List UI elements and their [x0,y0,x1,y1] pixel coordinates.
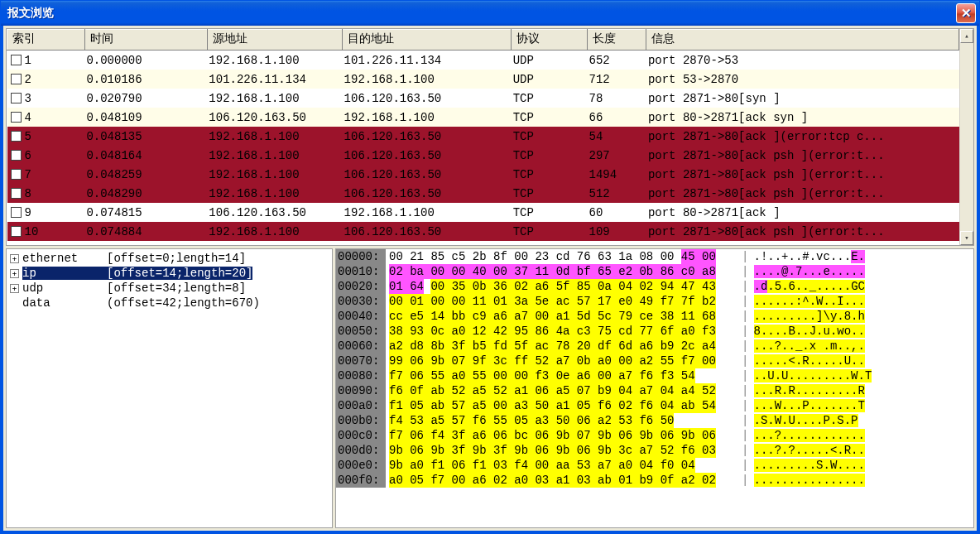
column-header[interactable]: 时间 [84,30,207,51]
row-checkbox[interactable] [11,55,22,65]
tree-node[interactable]: . data(offset=42;length=670) [8,296,330,310]
expand-icon[interactable]: + [10,269,19,278]
hex-row[interactable]: 00050:38 93 0c a0 12 42 95 86 4a c3 75 c… [336,324,973,339]
cell-len: 66 [587,108,646,127]
column-header[interactable]: 信息 [646,30,959,51]
vertical-scrollbar[interactable]: ▴ ▾ [959,29,973,245]
hex-row[interactable]: 00010:02 ba 00 00 40 00 37 11 0d bf 65 e… [336,264,973,279]
cell-proto: TCP [512,165,588,184]
cell-proto: UDP [512,51,588,70]
cell-time: 0.074884 [84,222,207,241]
row-checkbox[interactable] [11,226,22,237]
scroll-up-arrow[interactable]: ▴ [960,29,973,43]
hex-row[interactable]: 00070:99 06 9b 07 9f 3c ff 52 a7 0b a0 0… [336,354,973,368]
hex-row[interactable]: 000b0:f4 53 a5 57 f6 55 05 a3 50 06 a2 5… [336,413,973,428]
row-checkbox[interactable] [11,74,22,84]
table-row[interactable]: 70.048259192.168.1.100106.120.163.50TCP1… [7,165,959,184]
tree-node[interactable]: +ip[offset=14;length=20] [8,266,330,281]
hex-row[interactable]: 00040:cc e5 14 bb c9 a6 a7 00 a1 5d 5c 7… [336,309,973,324]
hex-offset: 00080: [336,368,386,383]
hex-row[interactable]: 00020:01 64 00 35 0b 36 02 a6 5f 85 0a 0… [336,279,973,294]
row-checkbox[interactable] [11,150,22,161]
row-checkbox[interactable] [11,112,22,123]
titlebar[interactable]: 报文浏览 ✕ [1,1,979,26]
hex-offset: 00020: [336,279,386,294]
cell-len: 712 [587,70,646,89]
expand-icon[interactable]: + [10,254,19,263]
hex-offset: 00030: [336,294,386,309]
tree-label: ip [22,267,107,280]
column-header[interactable]: 源地址 [207,30,342,51]
hex-row[interactable]: 000d0:9b 06 9b 3f 9b 3f 9b 06 9b 06 9b 3… [336,443,973,458]
cell-src: 192.168.1.100 [207,165,342,184]
hex-row[interactable]: 00060:a2 d8 8b 3f b5 fd 5f ac 78 20 df 6… [336,339,973,354]
hex-bytes: 00 21 85 c5 2b 8f 00 23 cd 76 63 1a 08 0… [386,249,737,264]
cell-info: port 80->2871[ack syn ] [646,108,959,127]
column-header[interactable]: 索引 [7,30,85,51]
row-index: 6 [25,149,31,162]
hex-separator: | [737,324,753,339]
hex-offset: 00060: [336,339,386,354]
cell-time: 0.048290 [84,184,207,203]
table-row[interactable]: 80.048290192.168.1.100106.120.163.50TCP5… [7,184,959,203]
cell-len: 60 [587,203,646,222]
hex-row[interactable]: 000e0:9b a0 f1 06 f1 03 f4 00 aa 53 a7 a… [336,458,973,473]
tree-node[interactable]: +udp[offset=34;length=8] [8,281,330,296]
row-checkbox[interactable] [11,93,22,103]
hex-ascii: ...?.?.....<.R.. [754,443,865,458]
hex-separator: | [737,443,753,458]
hex-row[interactable]: 000f0:a0 05 f7 00 a6 02 a0 03 a1 03 ab 0… [336,473,973,488]
column-header[interactable]: 目的地址 [343,30,512,51]
hex-ascii: ...?............ [754,428,865,443]
cell-proto: UDP [512,70,588,89]
hex-row[interactable]: 00030:00 01 00 00 11 01 3a 5e ac 57 17 e… [336,294,973,309]
row-checkbox[interactable] [11,131,22,142]
hex-bytes: f7 06 f4 3f a6 06 bc 06 9b 07 9b 06 9b 0… [386,428,737,443]
row-checkbox[interactable] [11,207,22,218]
hex-row[interactable]: 000c0:f7 06 f4 3f a6 06 bc 06 9b 07 9b 0… [336,428,973,443]
hex-row[interactable]: 00000:00 21 85 c5 2b 8f 00 23 cd 76 63 1… [336,249,973,264]
cell-len: 652 [587,51,646,70]
scroll-down-arrow[interactable]: ▾ [960,231,973,245]
hex-offset: 00040: [336,309,386,324]
column-header[interactable]: 协议 [512,30,588,51]
protocol-tree-panel[interactable]: +ethernet[offset=0;length=14]+ip[offset=… [6,248,333,528]
row-index: 4 [25,111,31,124]
table-row[interactable]: 40.048109106.120.163.50192.168.1.100TCP6… [7,108,959,127]
row-index: 8 [25,187,31,200]
cell-info: port 2871->80[ack ](error:tcp c... [646,127,959,146]
tree-node[interactable]: +ethernet[offset=0;length=14] [8,251,330,266]
table-row[interactable]: 30.020790192.168.1.100106.120.163.50TCP7… [7,89,959,108]
hex-separator: | [737,309,753,324]
table-row[interactable]: 90.074815106.120.163.50192.168.1.100TCP6… [7,203,959,222]
table-header-row[interactable]: 索引时间源地址目的地址协议长度信息 [7,30,959,51]
hex-separator: | [737,249,753,264]
hex-row[interactable]: 00090:f6 0f ab 52 a5 52 a1 06 a5 07 b9 0… [336,383,973,398]
close-button[interactable]: ✕ [956,3,976,23]
hex-ascii: ...R.R.........R [754,383,865,398]
cell-time: 0.000000 [84,51,207,70]
table-row[interactable]: 60.048164192.168.1.100106.120.163.50TCP2… [7,146,959,165]
hex-row[interactable]: 000a0:f1 05 ab 57 a5 00 a3 50 a1 05 f6 0… [336,398,973,413]
table-row[interactable]: 50.048135192.168.1.100106.120.163.50TCP5… [7,127,959,146]
hex-separator: | [737,368,753,383]
row-checkbox[interactable] [11,169,22,180]
cell-proto: TCP [512,203,588,222]
row-checkbox[interactable] [11,188,22,199]
cell-time: 0.048164 [84,146,207,165]
cell-info: port 2871->80[syn ] [646,89,959,108]
hex-dump-panel[interactable]: 00000:00 21 85 c5 2b 8f 00 23 cd 76 63 1… [335,248,974,528]
cell-info: port 2871->80[ack psh ](error:t... [646,146,959,165]
table-row[interactable]: 20.010186101.226.11.134192.168.1.100UDP7… [7,70,959,89]
hex-separator: | [737,383,753,398]
table-row[interactable]: 100.074884192.168.1.100106.120.163.50TCP… [7,222,959,241]
cell-len: 1494 [587,165,646,184]
cell-len: 109 [587,222,646,241]
lower-panels: +ethernet[offset=0;length=14]+ip[offset=… [6,248,974,528]
table-row[interactable]: 10.000000192.168.1.100101.226.11.134UDP6… [7,51,959,70]
column-header[interactable]: 长度 [587,30,646,51]
hex-row[interactable]: 00080:f7 06 55 a0 55 00 00 f3 0e a6 00 a… [336,368,973,383]
hex-offset: 00050: [336,324,386,339]
expand-icon[interactable]: + [10,284,19,293]
hex-separator: | [737,264,753,279]
